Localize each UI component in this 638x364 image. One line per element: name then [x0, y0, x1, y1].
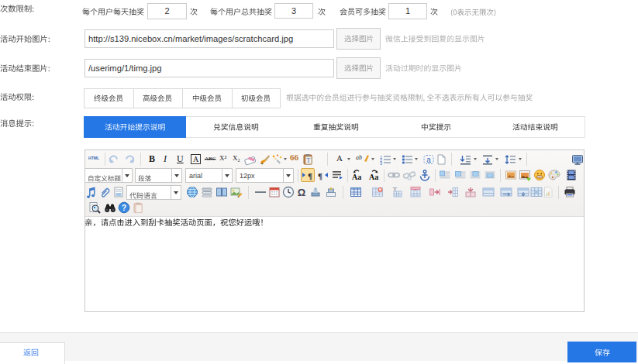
svg-text:?: ?	[122, 204, 126, 212]
svg-text:3: 3	[380, 160, 382, 165]
svg-text:a: a	[426, 156, 431, 164]
svg-text:¶: ¶	[308, 170, 312, 180]
svg-text:Aa: Aa	[369, 173, 378, 181]
svg-text:Aa: Aa	[352, 173, 361, 181]
svg-text:T: T	[307, 157, 311, 164]
svg-text:Ω: Ω	[298, 187, 305, 198]
svg-text:¶: ¶	[318, 171, 322, 180]
